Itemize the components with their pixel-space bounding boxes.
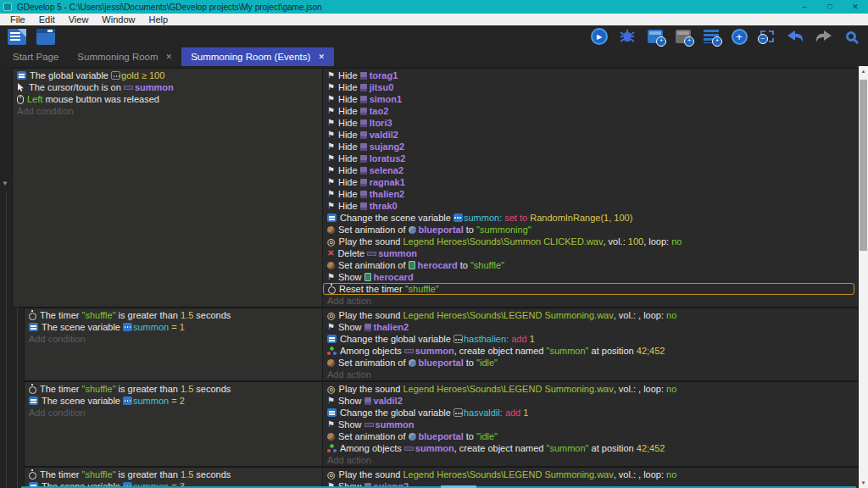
flag-icon bbox=[327, 202, 335, 210]
action-row[interactable]: Set animation of blueportal to "summonin… bbox=[323, 224, 858, 236]
condition-row[interactable]: The timer "shuffle" is greater than 1.5 … bbox=[25, 383, 322, 395]
add-condition-button[interactable]: Add condition bbox=[13, 105, 322, 117]
action-row[interactable]: Play the sound Legend Heroes\Sounds\LEGE… bbox=[323, 469, 858, 480]
add-action-button[interactable]: Add action bbox=[323, 295, 858, 307]
text-segment: Show bbox=[338, 419, 364, 430]
action-row[interactable]: Change the global variable hasthalien: a… bbox=[323, 333, 858, 345]
action-row[interactable]: Hide ragnak1 bbox=[323, 176, 858, 188]
scene-editor-button[interactable] bbox=[36, 27, 56, 46]
tab-summoning-room-events[interactable]: Summoning Room (Events)✕ bbox=[181, 47, 334, 66]
add-condition-button[interactable]: Add condition bbox=[25, 407, 322, 419]
thumb-summon-icon bbox=[124, 86, 133, 90]
action-row[interactable]: Hide simon1 bbox=[323, 93, 858, 105]
thumb-hero-icon bbox=[360, 84, 367, 92]
text-segment: Hide bbox=[338, 94, 360, 104]
action-row[interactable]: Change the global variable hasvaldil: ad… bbox=[323, 407, 858, 419]
action-row[interactable]: Show valdil2 bbox=[323, 395, 858, 407]
action-row[interactable]: Hide thrak0 bbox=[323, 200, 858, 212]
action-row[interactable]: Hide tao2 bbox=[323, 105, 858, 117]
text-segment: Hide bbox=[338, 201, 360, 211]
action-row[interactable]: Play the sound Legend Heroes\Sounds\Summ… bbox=[323, 236, 858, 247]
condition-row[interactable]: The timer "shuffle" is greater than 1.5 … bbox=[25, 469, 322, 480]
condition-row[interactable]: The scene variable summon = 2 bbox=[25, 395, 322, 407]
close-tab-icon[interactable]: ✕ bbox=[318, 53, 325, 61]
project-manager-button[interactable] bbox=[7, 27, 27, 46]
tab-label: Start Page bbox=[13, 52, 58, 62]
text-segment: = bbox=[169, 322, 180, 332]
action-row[interactable]: Hide loratus2 bbox=[323, 152, 858, 164]
text-segment: blueportal bbox=[419, 431, 464, 441]
text-segment: thrak0 bbox=[370, 201, 398, 211]
add-object-button[interactable]: + bbox=[729, 27, 749, 46]
condition-row[interactable]: The scene variable summon = 1 bbox=[25, 321, 322, 333]
action-row[interactable]: Among objects summon, create object name… bbox=[323, 345, 858, 357]
tab-start-page[interactable]: Start Page bbox=[3, 47, 68, 66]
action-row[interactable]: Show summon bbox=[323, 419, 858, 430]
action-row[interactable]: Hide valdil2 bbox=[323, 129, 858, 141]
flag-icon bbox=[327, 142, 335, 151]
tab-summoning-room[interactable]: Summoning Room✕ bbox=[68, 47, 181, 66]
text-segment: "shuffle" bbox=[470, 260, 504, 270]
menu-window[interactable]: Window bbox=[95, 14, 142, 25]
add-subevent-button[interactable] bbox=[673, 27, 693, 46]
text-segment: Change the global variable bbox=[340, 408, 453, 418]
action-row[interactable]: Play the sound Legend Heroes\Sounds\LEGE… bbox=[323, 309, 858, 321]
create-icon bbox=[327, 347, 337, 355]
collapse-arrow-icon[interactable]: ▼ bbox=[2, 180, 8, 187]
close-button[interactable]: ✕ bbox=[843, 0, 868, 14]
minimize-button[interactable]: – bbox=[792, 0, 817, 14]
text-segment: to bbox=[464, 225, 476, 235]
action-row[interactable]: Show herocard bbox=[323, 271, 858, 283]
action-row[interactable]: Play the sound Legend Heroes\Sounds\LEGE… bbox=[323, 383, 858, 395]
scroll-up-icon[interactable]: ▲ bbox=[859, 66, 868, 76]
debug-button[interactable] bbox=[617, 27, 637, 46]
vertical-scrollbar[interactable]: ▲ ▼ bbox=[859, 66, 868, 488]
event-block: The timer "shuffle" is greater than 1.5 … bbox=[24, 308, 859, 381]
action-row[interactable]: Change the scene variable summon: set to… bbox=[323, 212, 858, 224]
text-segment: Change the global variable bbox=[340, 334, 453, 344]
menu-file[interactable]: File bbox=[3, 14, 32, 25]
redo-button[interactable] bbox=[813, 27, 833, 46]
add-action-button[interactable]: Add action bbox=[323, 454, 858, 466]
condition-row[interactable]: The global variable gold ≥ 100 bbox=[13, 69, 322, 81]
action-row[interactable]: Set animation of herocard to "shuffle" bbox=[323, 259, 858, 271]
action-row[interactable]: Hide ltori3 bbox=[323, 117, 858, 129]
deselect-button[interactable] bbox=[757, 27, 777, 46]
menu-edit[interactable]: Edit bbox=[32, 14, 62, 25]
add-action-button[interactable]: Add action bbox=[323, 369, 858, 380]
add-event-button[interactable] bbox=[645, 27, 665, 46]
play-button[interactable]: ▶ bbox=[589, 27, 609, 46]
action-row[interactable]: Hide thalien2 bbox=[323, 188, 858, 200]
timer-icon bbox=[29, 313, 36, 320]
scroll-down-icon[interactable]: ▼ bbox=[859, 478, 868, 488]
maximize-button[interactable]: □ bbox=[817, 0, 843, 14]
condition-row[interactable]: Left mouse button was released bbox=[13, 93, 322, 105]
action-row[interactable]: Reset the timer "shuffle" bbox=[323, 283, 854, 295]
condition-row[interactable]: The cursor/touch is on summon bbox=[13, 81, 322, 93]
undo-button[interactable] bbox=[785, 27, 805, 46]
close-tab-icon[interactable]: ✕ bbox=[166, 53, 173, 61]
menu-help[interactable]: Help bbox=[142, 14, 175, 25]
action-row[interactable]: Set animation of blueportal to "idle" bbox=[323, 430, 858, 442]
action-row[interactable]: Hide selena2 bbox=[323, 164, 858, 176]
action-row[interactable]: Hide torag1 bbox=[323, 69, 858, 81]
action-row[interactable]: Delete summon bbox=[323, 247, 858, 259]
action-row[interactable]: Set animation of blueportal to "idle" bbox=[323, 357, 858, 369]
action-row[interactable]: Show thalien2 bbox=[323, 321, 858, 333]
scrollbar-thumb[interactable] bbox=[860, 80, 867, 251]
text-segment: Set animation of bbox=[338, 358, 409, 368]
action-row[interactable]: Among objects summon, create object name… bbox=[323, 442, 858, 454]
action-row[interactable]: Hide jitsu0 bbox=[323, 81, 858, 93]
thumb-hero-icon bbox=[360, 179, 367, 186]
add-condition-button[interactable]: Add condition bbox=[25, 333, 322, 345]
condition-row[interactable]: The timer "shuffle" is greater than 1.5 … bbox=[25, 309, 322, 321]
action-row[interactable]: Hide sujang2 bbox=[323, 141, 858, 152]
search-button[interactable] bbox=[841, 27, 861, 46]
variable-icon bbox=[327, 214, 337, 222]
text-segment: add bbox=[505, 408, 523, 418]
flag-icon bbox=[327, 119, 335, 127]
add-comment-button[interactable] bbox=[701, 27, 721, 46]
thumb-hero-icon bbox=[360, 119, 367, 127]
toolbar-right-group: ▶+ bbox=[589, 27, 861, 46]
menu-view[interactable]: View bbox=[62, 14, 96, 25]
